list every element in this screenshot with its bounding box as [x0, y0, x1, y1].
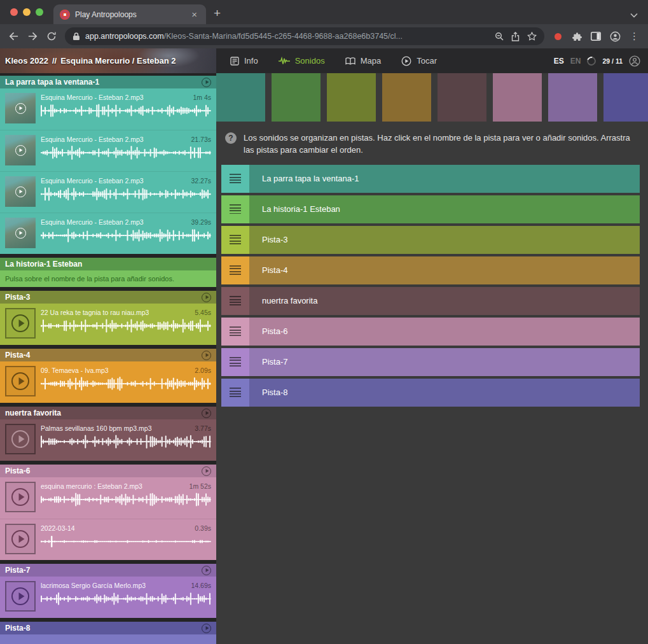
minimize-window-button[interactable] [23, 8, 31, 16]
window-controls[interactable] [0, 0, 53, 24]
track-play-icon[interactable] [202, 624, 211, 633]
clip-play-button[interactable] [5, 581, 36, 612]
drag-handle[interactable] [221, 256, 249, 284]
tab-mapa-label: Mapa [361, 56, 382, 66]
track-row[interactable]: Pista-8 [221, 379, 640, 407]
extensions-puzzle-icon[interactable] [567, 27, 586, 45]
track-header[interactable]: La parra tapa la ventana-1 [0, 76, 216, 88]
track-header[interactable]: Pista-6 [0, 465, 216, 477]
track-header[interactable]: Pista-4 [0, 349, 216, 361]
track-row[interactable]: Pista-7 [221, 348, 640, 376]
side-panel-icon[interactable] [586, 27, 605, 45]
clip-title: 2022-03-14 [41, 524, 75, 532]
clip-thumbnail[interactable] [5, 176, 36, 207]
tab-mapa[interactable]: Mapa [345, 56, 382, 66]
drag-handle[interactable] [221, 226, 249, 254]
audio-clip[interactable]: Esquina Mercurio - Esteban 2.mp321.73s [0, 130, 216, 171]
drag-handle[interactable] [221, 318, 249, 346]
drag-handle[interactable] [221, 379, 249, 407]
track-play-icon[interactable] [202, 293, 211, 302]
tab-sonidos[interactable]: Sonidos [279, 56, 325, 66]
account-icon[interactable] [629, 55, 640, 67]
track-row-label: La parra tapa la ventana-1 [262, 174, 359, 183]
new-tab-button[interactable]: + [206, 6, 230, 24]
track-row[interactable]: nuertra favorita [221, 287, 640, 315]
close-window-button[interactable] [10, 8, 18, 16]
clip-play-button[interactable] [5, 308, 36, 339]
breadcrumb[interactable]: Kleos 2022 // Esquina Mercurio / Esteban… [0, 48, 216, 73]
track-row[interactable]: La historia-1 Esteban [221, 195, 640, 223]
address-bar[interactable]: app.antropoloops.com/Kleos-Santa-Marina/… [65, 27, 544, 45]
track-play-icon[interactable] [202, 409, 211, 418]
track-header[interactable]: nuertra favorita [0, 407, 216, 419]
track-header[interactable]: La historia-1 Esteban [0, 258, 216, 270]
url-text[interactable]: app.antropoloops.com/Kleos-Santa-Marina/… [85, 32, 490, 41]
bookmark-star-icon[interactable] [527, 32, 537, 41]
track-color-swatch [327, 73, 376, 122]
share-icon[interactable] [511, 32, 520, 41]
track-header[interactable]: Pista-7 [0, 564, 216, 577]
audio-clip[interactable]: Palmas sevillanas 160 bpm mp3.mp33.77s [0, 419, 216, 461]
clip-thumbnail[interactable] [5, 93, 36, 123]
drag-handle[interactable] [221, 195, 249, 223]
audio-clip[interactable]: Esquina Mercurio - Esteban 2.mp332.27s [0, 171, 216, 213]
tab-tocar[interactable]: Tocar [401, 56, 437, 66]
url-path: /Kleos-Santa-Marina/fd5d5445-c265-4468-9… [164, 32, 403, 41]
recording-extension-icon[interactable] [548, 27, 567, 45]
play-icon [11, 488, 29, 506]
zoom-icon[interactable] [495, 32, 504, 41]
clip-thumbnail[interactable] [5, 135, 36, 165]
track-play-icon[interactable] [202, 78, 211, 87]
audio-clip[interactable]: Esquina Mercurio - Esteban 2.mp31m 4s [0, 88, 216, 130]
lang-en-button[interactable]: EN [570, 57, 581, 66]
lang-es-button[interactable]: ES [554, 57, 564, 66]
back-icon[interactable] [4, 27, 23, 45]
track-play-icon[interactable] [202, 566, 211, 575]
track-name: Pista-6 [5, 466, 30, 475]
browser-tab[interactable]: Play Antropoloops × [53, 4, 206, 24]
browser-menu-kebab-icon[interactable]: ⋮ [624, 31, 644, 42]
waveform [41, 146, 211, 160]
forward-icon[interactable] [23, 27, 42, 45]
track-name: Pista-8 [5, 624, 30, 633]
audio-clip[interactable]: 09. Temaeva - Iva.mp32.09s [0, 361, 216, 403]
tab-close-icon[interactable]: × [189, 8, 200, 20]
track-name: La historia-1 Esteban [5, 260, 82, 269]
clip-play-button[interactable] [5, 366, 36, 396]
address-bar-icons [495, 32, 537, 41]
track-row[interactable]: Pista-6 [221, 318, 640, 346]
info-icon [230, 57, 239, 66]
profile-avatar-icon[interactable] [605, 27, 624, 45]
track-row[interactable]: Pista-4 [221, 256, 640, 284]
clip-duration: 32.27s [191, 177, 211, 185]
drag-handle[interactable] [221, 348, 249, 376]
track-name: Pista-7 [5, 566, 30, 575]
audio-clip[interactable]: 22 Ua reka te tagnia to rau niau.mp35.45… [0, 304, 216, 345]
track-header[interactable]: Pista-8 [0, 622, 216, 634]
audio-clip[interactable]: 2022-03-140.39s [0, 519, 216, 560]
track-color-swatch [216, 73, 265, 122]
track-header[interactable]: Pista-3 [0, 291, 216, 304]
clip-play-button[interactable] [5, 482, 36, 512]
track-row[interactable]: Pista-3 [221, 226, 640, 254]
audio-clip[interactable]: Esquina Mercurio - Esteban 2.mp339.29s [0, 213, 216, 254]
track-play-icon[interactable] [202, 466, 211, 476]
audio-clip[interactable]: esquina mercurio : Esteban 2.mp31m 52s [0, 477, 216, 519]
padlock-icon[interactable] [72, 32, 80, 41]
audio-clip[interactable]: lacrimosa Sergio García Merlo.mp314.69s [0, 577, 216, 618]
track-row-label: La historia-1 Esteban [262, 204, 340, 214]
track-row[interactable]: La parra tapa la ventana-1 [221, 165, 640, 193]
drag-handle[interactable] [221, 165, 249, 193]
zoom-window-button[interactable] [36, 8, 43, 16]
track-play-icon[interactable] [202, 351, 211, 360]
breadcrumb-title: Esquina Mercurio / Esteban 2 [60, 56, 176, 66]
breadcrumb-project[interactable]: Kleos 2022 [5, 56, 48, 66]
track-color-swatch [548, 73, 597, 122]
clip-play-button[interactable] [5, 524, 36, 554]
tab-info[interactable]: Info [230, 56, 258, 66]
clip-play-button[interactable] [5, 424, 36, 454]
clip-thumbnail[interactable] [5, 218, 36, 248]
reload-icon[interactable] [42, 27, 61, 45]
drag-handle[interactable] [221, 287, 249, 315]
tab-search-chevron-icon[interactable] [630, 13, 648, 24]
